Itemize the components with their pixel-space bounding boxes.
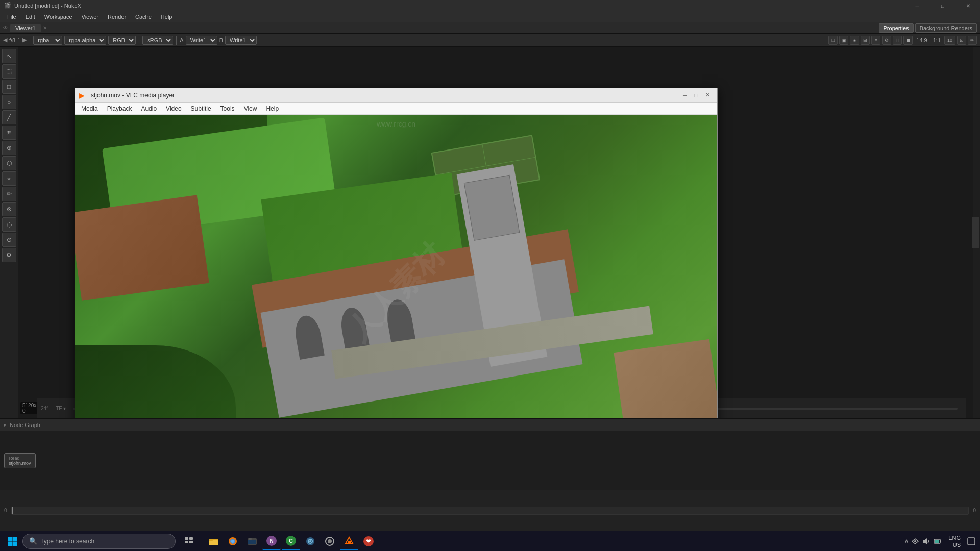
- viewer-icon-color[interactable]: ✏: [968, 36, 977, 45]
- vlc-video-frame: 人人素材 www.rrcg.cn stjohn.mov 人 人人素材: [75, 115, 717, 418]
- red-app-icon: ❤: [363, 536, 374, 547]
- aperture-value: f/8: [9, 37, 15, 43]
- minimize-button[interactable]: ─: [905, 0, 929, 11]
- bottom-area: ▸ Node Graph Read stjohn.mov 0 0: [0, 418, 980, 531]
- vlc-close[interactable]: ✕: [702, 90, 713, 101]
- svg-rect-16: [249, 538, 252, 540]
- tool-wavy[interactable]: ≋: [2, 126, 16, 140]
- taskbar-app-c[interactable]: C: [282, 532, 300, 550]
- viewer1-tab[interactable]: Viewer1: [10, 24, 41, 32]
- node-b-label: B: [219, 37, 223, 43]
- tool-3d[interactable]: ⬡: [2, 156, 16, 170]
- viewer-icon-5[interactable]: ≡: [871, 36, 880, 45]
- taskbar-vlc[interactable]: [340, 532, 358, 550]
- vlc-menu-media[interactable]: Media: [77, 104, 102, 113]
- viewer-icon-2[interactable]: ▣: [839, 36, 848, 45]
- aperture-indicator: ◀: [3, 37, 7, 43]
- vlc-menu-view[interactable]: View: [240, 104, 261, 113]
- taskbar-app-circle[interactable]: [321, 532, 339, 550]
- tool-move[interactable]: ⊕: [2, 141, 16, 155]
- taskbar-explorer[interactable]: [243, 532, 261, 550]
- vlc-minimize[interactable]: ─: [679, 90, 691, 101]
- tool-warp[interactable]: ⌖: [2, 171, 16, 186]
- maximize-button[interactable]: □: [931, 0, 954, 11]
- viewer-icon-7[interactable]: ⏸: [893, 36, 902, 45]
- svg-point-13: [231, 540, 234, 543]
- node-graph-collapse[interactable]: ▸: [4, 422, 7, 428]
- menu-file[interactable]: File: [3, 13, 20, 21]
- write-a-select[interactable]: Write1: [186, 36, 217, 45]
- systray-chevron[interactable]: ∧: [904, 538, 909, 544]
- svg-rect-36: [968, 538, 975, 545]
- viewer-icon-roi[interactable]: ⊡: [957, 36, 966, 45]
- vlc-menu-video[interactable]: Video: [162, 104, 185, 113]
- divider3: [176, 36, 177, 45]
- viewer-icon-6[interactable]: ⚙: [882, 36, 891, 45]
- vlc-menu-playback[interactable]: Playback: [103, 104, 136, 113]
- timeline-playhead[interactable]: [12, 507, 13, 514]
- taskbar-search[interactable]: 🔍 Type here to search: [22, 534, 176, 549]
- tool-line[interactable]: ╱: [2, 110, 16, 124]
- node-graph-area[interactable]: Read stjohn.mov: [0, 431, 980, 490]
- taskbar-file-explorer[interactable]: [204, 532, 223, 550]
- notifications-icon[interactable]: [967, 537, 976, 546]
- taskbar-app-red[interactable]: ❤: [359, 532, 378, 550]
- taskbar-settings[interactable]: [301, 532, 320, 550]
- tool-rect[interactable]: □: [2, 80, 16, 94]
- menu-workspace[interactable]: Workspace: [40, 13, 77, 21]
- colorspace-select[interactable]: RGB: [108, 36, 136, 45]
- taskbar-clock[interactable]: ENG US: [944, 534, 965, 548]
- vlc-menu-tools[interactable]: Tools: [216, 104, 239, 113]
- vlc-menu-help[interactable]: Help: [262, 104, 283, 113]
- vlc-watermark-url: www.rrcg.cn: [377, 120, 415, 128]
- taskbar-nuke[interactable]: N: [262, 532, 281, 550]
- channel-select[interactable]: rgba rgb alpha: [33, 36, 62, 45]
- viewer-icon-4[interactable]: ⊞: [861, 36, 870, 45]
- svg-rect-4: [185, 537, 188, 540]
- write-b-select[interactable]: Write1: [225, 36, 257, 45]
- vlc-menu-audio[interactable]: Audio: [137, 104, 161, 113]
- menu-edit[interactable]: Edit: [21, 13, 39, 21]
- viewer-icon-3[interactable]: ◈: [850, 36, 859, 45]
- nuke-icon: N: [266, 535, 277, 546]
- channel-alpha-select[interactable]: rgba.alpha: [64, 36, 106, 45]
- viewer-tabbar: 👁 Viewer1 ✕ Properties Background Render…: [0, 22, 980, 34]
- close-viewer-tab[interactable]: ✕: [43, 25, 47, 31]
- task-view-button[interactable]: [180, 532, 198, 550]
- tool-tracker[interactable]: ⊙: [2, 233, 16, 247]
- firefox-icon: [228, 536, 238, 546]
- tool-circle[interactable]: ○: [2, 95, 16, 109]
- tool-zoom[interactable]: ⬚: [2, 64, 16, 79]
- right-scroll-handle[interactable]: [972, 217, 979, 248]
- menu-help[interactable]: Help: [157, 13, 177, 21]
- svg-rect-1: [13, 537, 17, 541]
- menu-viewer[interactable]: Viewer: [78, 13, 103, 21]
- search-placeholder: Type here to search: [40, 538, 94, 545]
- tool-blur[interactable]: ◌: [2, 217, 16, 232]
- network-icon: [911, 537, 920, 546]
- vlc-icon: [344, 535, 355, 546]
- viewer-icon-8[interactable]: ⏹: [903, 36, 913, 45]
- tool-grid[interactable]: ⚙: [2, 248, 16, 262]
- vlc-menu-subtitle[interactable]: Subtitle: [187, 104, 215, 113]
- vlc-maximize[interactable]: □: [691, 90, 702, 101]
- node-box-1[interactable]: Read stjohn.mov: [4, 453, 36, 468]
- taskbar-firefox[interactable]: [224, 532, 242, 550]
- viewer-icon-1[interactable]: □: [828, 36, 838, 45]
- viewer-icon-9[interactable]: 10: [944, 36, 955, 45]
- volume-icon[interactable]: [922, 537, 931, 546]
- start-button[interactable]: [4, 533, 20, 549]
- menu-cache[interactable]: Cache: [131, 13, 156, 21]
- tool-clone[interactable]: ⊗: [2, 202, 16, 216]
- clock-time: ENG: [948, 534, 961, 541]
- properties-panel-btn[interactable]: Properties: [879, 23, 914, 33]
- tool-paint[interactable]: ✏: [2, 187, 16, 201]
- menu-render[interactable]: Render: [104, 13, 130, 21]
- svg-rect-2: [8, 541, 12, 546]
- background-renders-btn[interactable]: Background Renders: [915, 23, 977, 33]
- taskbar: 🔍 Type here to search: [0, 531, 980, 551]
- svg-rect-28: [348, 541, 351, 543]
- close-button[interactable]: ✕: [957, 0, 980, 11]
- tool-arrow[interactable]: ↖: [2, 49, 16, 63]
- format-select[interactable]: sRGB: [142, 36, 173, 45]
